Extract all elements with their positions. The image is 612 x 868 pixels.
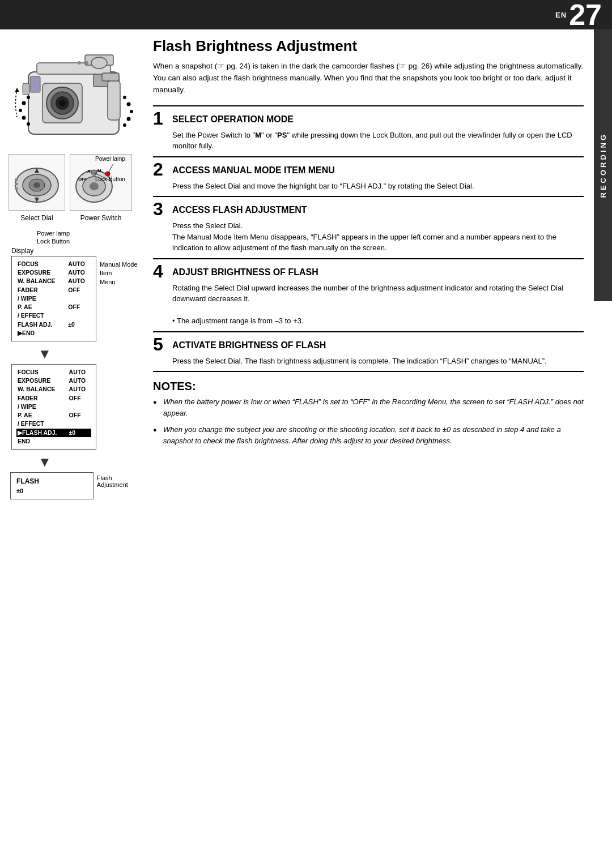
callout-text-block: Power lamp Lock Button bbox=[37, 230, 167, 245]
svg-point-18 bbox=[19, 109, 22, 112]
svg-rect-32 bbox=[15, 178, 18, 181]
step-3-body: Press the Select Dial. The Manual Mode I… bbox=[153, 220, 584, 258]
menu-display-1-section: FOCUSAUTO EXPOSUREAUTO W. BALANCEAUTO FA… bbox=[7, 256, 143, 341]
down-arrow-1: ▼ bbox=[38, 346, 52, 362]
svg-text:A: A bbox=[87, 169, 91, 174]
step-3-number: 3 bbox=[153, 200, 169, 218]
notes-section: Notes: When the battery power is low or … bbox=[153, 380, 584, 447]
flash-title: FLASH bbox=[16, 477, 87, 485]
header-bar: EN 27 bbox=[0, 0, 612, 29]
flash-display-section: FLASH ±0 Flash Adjustment bbox=[6, 472, 142, 499]
power-switch-label: Power Switch bbox=[70, 214, 132, 222]
svg-point-5 bbox=[59, 100, 66, 106]
step-5-body: Press the Select Dial. The flash brightn… bbox=[153, 356, 584, 371]
step-1-body: Set the Power Switch to "M" or "PS" whil… bbox=[153, 130, 584, 156]
svg-point-24 bbox=[127, 117, 131, 121]
down-arrow-2: ▼ bbox=[38, 454, 52, 470]
page-title: Flash Brightness Adjustment bbox=[153, 37, 584, 55]
step-5-title: ACTIVATE BRIGHTNESS OF FLASH bbox=[172, 335, 326, 350]
diagrams-row: Power lamp Lock Button OFF A M S bbox=[8, 154, 139, 211]
svg-rect-33 bbox=[15, 183, 18, 185]
select-dial-svg bbox=[11, 157, 62, 208]
step-5-header: 5 ACTIVATE BRIGHTNESS OF FLASH bbox=[153, 332, 584, 356]
svg-point-15 bbox=[85, 61, 88, 65]
svg-point-16 bbox=[27, 96, 30, 99]
svg-point-21 bbox=[123, 96, 126, 99]
select-dial-label: Select Dial bbox=[8, 214, 65, 222]
diagrams-labels: Select Dial Power Switch bbox=[8, 214, 139, 222]
step-4-title: ADJUST BRIGHTNESS OF FLASH bbox=[172, 262, 318, 277]
step-2-title: ACCESS MANUAL MODE ITEM MENU bbox=[172, 160, 335, 176]
power-switch-svg: OFF A M S bbox=[73, 157, 129, 208]
left-column: Power lamp Lock Button OFF A M S bbox=[0, 29, 147, 505]
step-4-body-text: Rotating the Select Dial upward increase… bbox=[172, 284, 563, 303]
menu-display-1: FOCUSAUTO EXPOSUREAUTO W. BALANCEAUTO FA… bbox=[11, 256, 96, 341]
step-4: 4 ADJUST BRIGHTNESS OF FLASH Rotating th… bbox=[153, 258, 584, 331]
svg-point-22 bbox=[127, 102, 131, 106]
step-4-header: 4 ADJUST BRIGHTNESS OF FLASH bbox=[153, 259, 584, 283]
step-4-body: Rotating the Select Dial upward increase… bbox=[153, 283, 584, 331]
en-label: EN bbox=[555, 11, 567, 19]
svg-rect-34 bbox=[15, 187, 18, 190]
step-2-number: 2 bbox=[153, 160, 169, 178]
recording-label: RECORDING bbox=[599, 132, 607, 198]
svg-rect-10 bbox=[102, 73, 119, 81]
svg-line-44 bbox=[108, 164, 113, 174]
step-3-title: ACCESS FLASH ADJUSTMENT bbox=[172, 200, 307, 215]
svg-point-19 bbox=[22, 116, 26, 120]
lock-button-text: Lock Button bbox=[37, 238, 167, 245]
power-lamp-callout: Power lamp bbox=[95, 156, 125, 162]
step-2: 2 ACCESS MANUAL MODE ITEM MENU Press the… bbox=[153, 156, 584, 196]
flash-display: FLASH ±0 bbox=[10, 472, 94, 499]
lock-button-callout: Lock Button bbox=[95, 176, 125, 182]
svg-point-20 bbox=[27, 122, 30, 126]
camera-svg bbox=[11, 38, 136, 146]
step-3-body-line1: Press the Select Dial. bbox=[172, 221, 243, 230]
manual-mode-text: Manual Mode ItemMenu bbox=[100, 260, 143, 287]
step-5: 5 ACTIVATE BRIGHTNESS OF FLASH Press the… bbox=[153, 331, 584, 373]
page-number: 27 bbox=[569, 0, 602, 29]
svg-point-23 bbox=[130, 110, 133, 113]
flash-adjustment-label: Flash Adjustment bbox=[97, 474, 142, 488]
manual-mode-label: Manual Mode ItemMenu bbox=[96, 260, 143, 341]
svg-point-41 bbox=[90, 182, 99, 190]
svg-rect-13 bbox=[30, 76, 40, 92]
power-switch-diagram: Power lamp Lock Button OFF A M S bbox=[70, 154, 132, 211]
notes-title: Notes: bbox=[153, 380, 584, 393]
svg-point-14 bbox=[78, 61, 81, 65]
menu-display-2: FOCUSAUTO EXPOSUREAUTO W. BALANCEAUTO FA… bbox=[11, 364, 96, 450]
main-content: Power lamp Lock Button OFF A M S bbox=[0, 29, 594, 505]
display-label: Display bbox=[11, 247, 33, 255]
step-1-title: SELECT OPERATION MODE bbox=[172, 109, 294, 125]
camera-illustration bbox=[8, 35, 139, 148]
select-dial-diagram bbox=[8, 154, 65, 211]
svg-text:M: M bbox=[97, 168, 101, 173]
step-4-note: The adjustment range is from –3 to +3. bbox=[177, 317, 304, 325]
flash-value: ±0 bbox=[16, 488, 87, 494]
recording-sidebar: RECORDING bbox=[594, 29, 612, 301]
svg-rect-9 bbox=[108, 80, 120, 120]
svg-point-25 bbox=[123, 123, 126, 127]
step-1-header: 1 SELECT OPERATION MODE bbox=[153, 106, 584, 130]
step-3: 3 ACCESS FLASH ADJUSTMENT Press the Sele… bbox=[153, 196, 584, 258]
step-2-header: 2 ACCESS MANUAL MODE ITEM MENU bbox=[153, 157, 584, 181]
step-1: 1 SELECT OPERATION MODE Set the Power Sw… bbox=[153, 105, 584, 156]
svg-point-29 bbox=[33, 182, 40, 188]
right-column: Flash Brightness Adjustment When a snaps… bbox=[147, 29, 594, 505]
intro-text: When a snapshot (☞ pg. 24) is taken in t… bbox=[153, 61, 584, 96]
step-4-number: 4 bbox=[153, 262, 169, 280]
step-2-body: Press the Select Dial and move the highl… bbox=[153, 181, 584, 196]
note-item-1: When the battery power is low or when “F… bbox=[153, 396, 584, 419]
step-5-number: 5 bbox=[153, 335, 169, 353]
note-item-2: When you change the subject you are shoo… bbox=[153, 424, 584, 447]
power-lamp-text: Power lamp bbox=[37, 230, 167, 237]
svg-point-17 bbox=[22, 101, 26, 105]
notes-list: When the battery power is low or when “F… bbox=[153, 396, 584, 447]
step-1-number: 1 bbox=[153, 109, 169, 127]
svg-point-11 bbox=[91, 57, 107, 69]
step-3-header: 3 ACCESS FLASH ADJUSTMENT bbox=[153, 197, 584, 220]
step-3-body-line2: The Manual Mode Item Menu disappears, “F… bbox=[172, 233, 556, 253]
svg-rect-12 bbox=[23, 83, 29, 95]
menu-display-2-section: FOCUSAUTO EXPOSUREAUTO W. BALANCEAUTO FA… bbox=[7, 364, 143, 450]
